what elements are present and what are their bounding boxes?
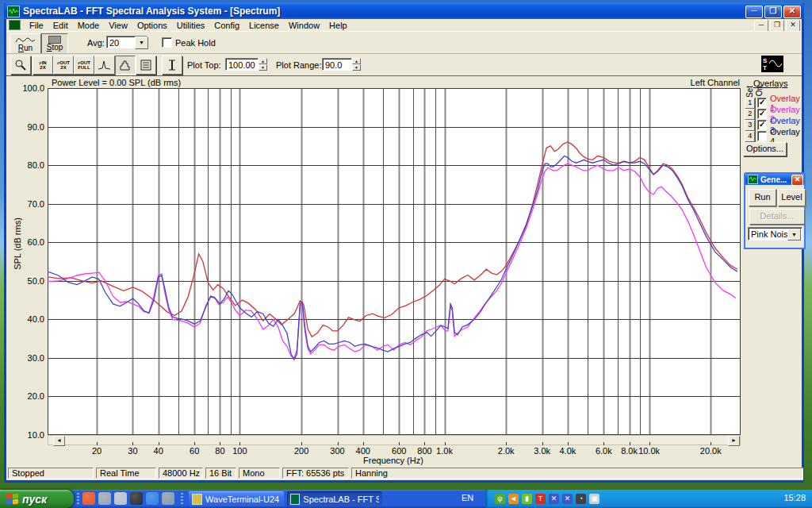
zoom-in-2x-icon[interactable]: ⌕IN2X xyxy=(33,56,53,75)
avg-dropdown-arrow-icon[interactable]: ▼ xyxy=(135,37,148,49)
generator-title-bar[interactable]: Gene... ✕ xyxy=(745,174,804,185)
generator-window: Gene... ✕ Run Level Details... Pink Nois… xyxy=(744,172,806,249)
refresh-icon[interactable] xyxy=(114,492,127,505)
generator-details-button[interactable]: Details... xyxy=(749,209,805,225)
spectrum-curve-overlay-2 xyxy=(48,164,736,358)
messenger-icon[interactable] xyxy=(98,492,111,505)
overlay-options-button[interactable]: Options... xyxy=(743,142,787,156)
menu-item-help[interactable]: Help xyxy=(324,21,352,30)
generator-close-icon[interactable]: ✕ xyxy=(791,175,803,186)
marker-icon[interactable] xyxy=(162,56,182,75)
x-tick-mark xyxy=(338,442,339,445)
signal-generator-toolbar-icon[interactable]: ST xyxy=(761,56,783,72)
frequency-scrollbar[interactable]: ◄ ► xyxy=(48,435,741,445)
menu-item-utilities[interactable]: Utilities xyxy=(172,21,209,30)
menu-item-window[interactable]: Window xyxy=(284,21,324,30)
internet-explorer-icon[interactable] xyxy=(146,492,159,505)
plot-range-spinner[interactable]: ▲▼ xyxy=(352,58,361,71)
svg-text:T: T xyxy=(763,64,767,71)
x-tick-mark xyxy=(603,442,604,445)
x-tick-mark xyxy=(239,442,240,445)
system-tray: EN ψ◄▮T✕✕◔▣ 15:28 xyxy=(485,490,812,508)
x-tick-mark xyxy=(132,442,133,445)
x-tick-mark xyxy=(630,442,630,445)
plot-border xyxy=(48,89,741,435)
generator-signal-value: Pink Noise xyxy=(751,229,793,239)
generator-signal-select[interactable]: Pink Noise ▼ xyxy=(748,227,802,241)
task-label-1: WaveTerminal-U24 P... xyxy=(205,495,281,504)
close-button[interactable]: ✕ xyxy=(783,6,801,18)
task-button-1[interactable]: WaveTerminal-U24 P... xyxy=(189,491,284,506)
zoom-out-full-icon[interactable]: ⌕OUTFULL xyxy=(74,56,94,75)
mdi-child-icon[interactable] xyxy=(9,20,21,30)
menu-item-file[interactable]: File xyxy=(25,21,48,30)
title-bar[interactable]: SpectraLAB - FFT Spectral Analysis Syste… xyxy=(4,3,804,19)
mdi-minimize-button[interactable]: ─ xyxy=(754,20,768,32)
overlay-on-checkbox-3[interactable]: ✓ xyxy=(757,120,767,130)
y-tick-30.0: 30.0 xyxy=(13,353,44,363)
menu-item-config[interactable]: Config xyxy=(209,21,244,30)
network-disabled-2-icon[interactable]: ✕ xyxy=(562,494,573,504)
zoom-out-2x-icon[interactable]: ⌕OUT2X xyxy=(53,56,74,75)
x-tick-mark xyxy=(424,442,425,445)
overlay-set-button-3[interactable]: 3 xyxy=(745,120,755,131)
stop-button[interactable]: Stop xyxy=(41,33,68,54)
overlay-on-checkbox-4[interactable] xyxy=(757,131,767,141)
menu-item-options[interactable]: Options xyxy=(132,21,172,30)
generator-level-button[interactable]: Level xyxy=(778,189,806,206)
menu-item-view[interactable]: View xyxy=(104,21,132,30)
start-button[interactable]: пуск xyxy=(0,490,74,508)
zoom-toolbar: ⌕IN2X ⌕OUT2X ⌕OUTFULL Plot Top: 100.00 ▲… xyxy=(6,53,802,76)
menu-item-license[interactable]: License xyxy=(244,21,284,30)
battery-icon[interactable]: ▮ xyxy=(522,494,532,504)
mdi-restore-button[interactable]: ❐ xyxy=(770,20,784,32)
download-manager-icon[interactable] xyxy=(82,492,95,505)
peak-curve-icon[interactable] xyxy=(94,56,115,75)
x-tick-mark xyxy=(301,442,302,445)
svg-text:S: S xyxy=(763,57,768,64)
menu-item-mode[interactable]: Mode xyxy=(73,21,105,30)
tray-icons: ψ◄▮T✕✕◔▣ xyxy=(492,494,599,504)
plot-range-input[interactable]: 90.0 xyxy=(322,58,352,71)
scroll-right-arrow-icon[interactable]: ► xyxy=(728,436,740,446)
plot-top-spinner[interactable]: ▲▼ xyxy=(259,58,267,71)
plot-top-input[interactable]: 100.00 xyxy=(225,58,259,71)
x-tick-mark xyxy=(506,442,507,445)
peak-hold-checkbox[interactable] xyxy=(162,37,172,48)
minimize-button[interactable]: ─ xyxy=(745,6,763,18)
maximize-button[interactable]: ❐ xyxy=(764,6,782,18)
volume-icon[interactable]: ◄ xyxy=(508,494,519,504)
language-indicator[interactable]: EN xyxy=(462,493,473,502)
display-icon[interactable]: ▣ xyxy=(589,494,599,504)
scheduler-icon[interactable]: ◔ xyxy=(576,494,586,504)
show-desktop-icon[interactable] xyxy=(162,492,174,505)
generator-title: Gene... xyxy=(760,175,787,184)
network-disabled-icon[interactable]: ✕ xyxy=(549,494,559,504)
menu-item-edit[interactable]: Edit xyxy=(48,21,73,30)
status-field-4: Mono xyxy=(239,468,280,479)
scroll-left-arrow-icon[interactable]: ◄ xyxy=(53,436,65,446)
overlay-set-button-2[interactable]: 2 xyxy=(745,109,755,120)
zoom-icon[interactable] xyxy=(10,56,31,75)
generator-icon xyxy=(748,175,758,184)
generator-signal-dropdown-icon[interactable]: ▼ xyxy=(787,229,801,241)
details-list-icon[interactable] xyxy=(136,56,156,75)
usb-device-icon[interactable]: ψ xyxy=(495,494,505,504)
overlay-on-checkbox-1[interactable]: ✓ xyxy=(757,98,767,108)
antivirus-icon[interactable]: T xyxy=(535,494,546,504)
overlay-set-button-4[interactable]: 4 xyxy=(745,131,755,142)
overlay-set-button-1[interactable]: 1 xyxy=(745,98,755,109)
bars-icon[interactable] xyxy=(115,56,136,75)
y-tick-90.0: 90.0 xyxy=(13,122,44,132)
media-player-icon[interactable] xyxy=(130,492,143,505)
power-level-readout: Power Level = 0.00 SPL (dB rms) xyxy=(52,78,181,87)
status-field-3: 16 Bit xyxy=(205,468,236,479)
generator-run-button[interactable]: Run xyxy=(749,189,776,206)
x-tick-mark xyxy=(445,442,446,445)
taskbar-clock[interactable]: 15:28 xyxy=(783,493,806,502)
avg-label: Avg: xyxy=(87,38,105,48)
mdi-close-button[interactable]: ✕ xyxy=(786,20,800,32)
run-button[interactable]: Run xyxy=(10,33,41,54)
task-button-2[interactable]: SpectraLAB - FFT Spe... xyxy=(287,491,382,506)
overlay-on-checkbox-2[interactable]: ✓ xyxy=(757,109,767,119)
